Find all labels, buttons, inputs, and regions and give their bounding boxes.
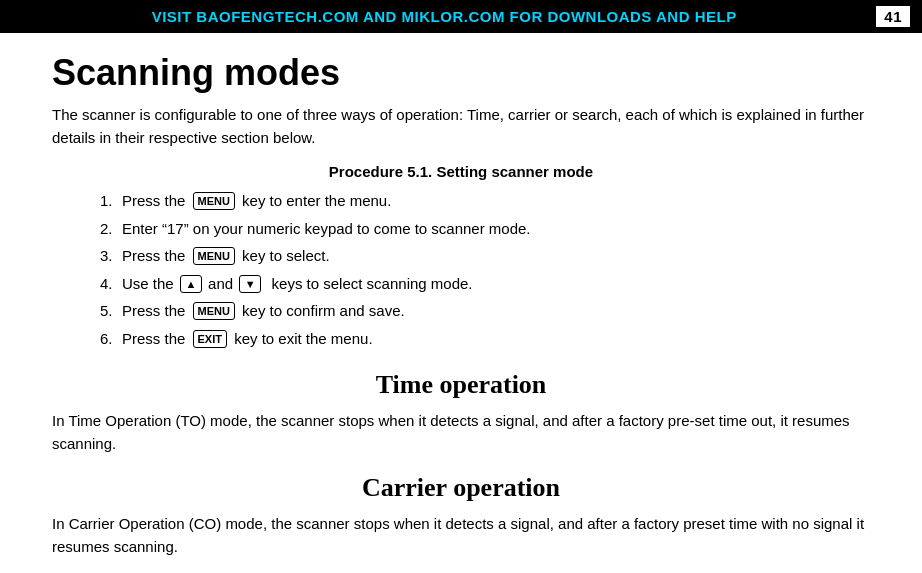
menu-key-1: MENU bbox=[193, 192, 235, 210]
time-operation-text: In Time Operation (TO) mode, the scanner… bbox=[52, 410, 870, 455]
list-item: 2. Enter “17” on your numeric keypad to … bbox=[100, 218, 870, 241]
procedure-title: Procedure 5.1. Setting scanner mode bbox=[52, 163, 870, 180]
exit-key: EXIT bbox=[193, 330, 227, 348]
step-text: Enter “17” on your numeric keypad to com… bbox=[122, 218, 531, 241]
menu-key-3: MENU bbox=[193, 247, 235, 265]
list-item: 3. Press the MENU key to select. bbox=[100, 245, 870, 268]
time-operation-title: Time operation bbox=[52, 370, 870, 400]
step-number: 6. bbox=[100, 328, 122, 351]
page-title: Scanning modes bbox=[52, 51, 870, 94]
step-number: 1. bbox=[100, 190, 122, 213]
list-item: 6. Press the EXIT key to exit the menu. bbox=[100, 328, 870, 351]
procedure-list: 1. Press the MENU key to enter the menu.… bbox=[100, 190, 870, 350]
step-number: 3. bbox=[100, 245, 122, 268]
step-number: 5. bbox=[100, 300, 122, 323]
page-content: Scanning modes The scanner is configurab… bbox=[0, 33, 922, 573]
step-text: Press the EXIT key to exit the menu. bbox=[122, 328, 373, 351]
step-text: Press the MENU key to confirm and save. bbox=[122, 300, 405, 323]
step-text: Press the MENU key to select. bbox=[122, 245, 330, 268]
header-text: VISIT BAOFENGTECH.COM AND MIKLOR.COM FOR… bbox=[12, 8, 876, 25]
carrier-operation-title: Carrier operation bbox=[52, 473, 870, 503]
page-header: VISIT BAOFENGTECH.COM AND MIKLOR.COM FOR… bbox=[0, 0, 922, 33]
step-text: Press the MENU key to enter the menu. bbox=[122, 190, 391, 213]
page-number: 41 bbox=[876, 6, 910, 27]
down-arrow-key: ▼ bbox=[239, 275, 261, 293]
carrier-operation-text: In Carrier Operation (CO) mode, the scan… bbox=[52, 513, 870, 558]
list-item: 4. Use the ▲ and ▼ keys to select scanni… bbox=[100, 273, 870, 296]
step-number: 2. bbox=[100, 218, 122, 241]
step-text: Use the ▲ and ▼ keys to select scanning … bbox=[122, 273, 473, 296]
up-arrow-key: ▲ bbox=[180, 275, 202, 293]
list-item: 1. Press the MENU key to enter the menu. bbox=[100, 190, 870, 213]
step-number: 4. bbox=[100, 273, 122, 296]
list-item: 5. Press the MENU key to confirm and sav… bbox=[100, 300, 870, 323]
menu-key-5: MENU bbox=[193, 302, 235, 320]
intro-text: The scanner is configurable to one of th… bbox=[52, 104, 870, 149]
